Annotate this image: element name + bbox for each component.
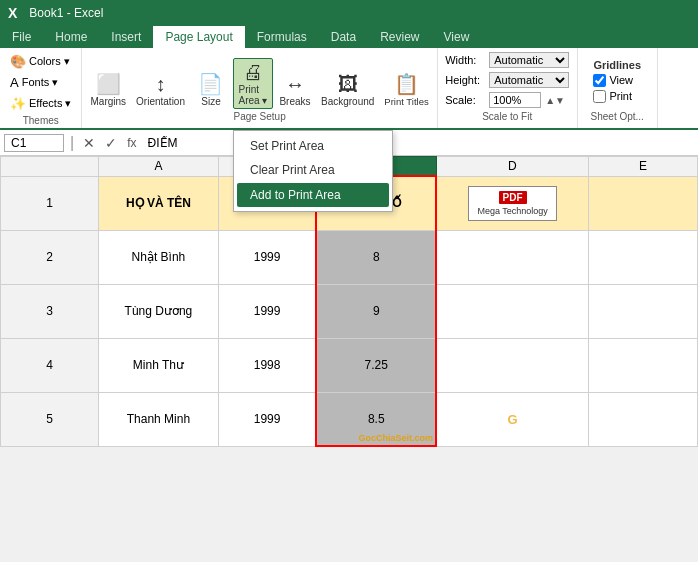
- cell-d2[interactable]: [436, 230, 588, 284]
- cell-c3[interactable]: 9: [316, 284, 436, 338]
- cell-e5[interactable]: [589, 392, 698, 446]
- margins-label: Margins: [90, 96, 126, 107]
- width-select[interactable]: Automatic: [489, 52, 569, 68]
- cell-c2[interactable]: 8: [316, 230, 436, 284]
- orientation-label: Orientation: [136, 96, 185, 107]
- col-e[interactable]: E: [589, 157, 698, 177]
- background-label: Background: [321, 96, 374, 107]
- tab-file[interactable]: File: [0, 26, 43, 48]
- mega-tech-label: Mega Technology: [477, 206, 547, 216]
- cell-d3[interactable]: [436, 284, 588, 338]
- cell-a2[interactable]: Nhật Bình: [99, 230, 219, 284]
- tab-view[interactable]: View: [432, 26, 482, 48]
- col-d[interactable]: D: [436, 157, 588, 177]
- colors-button[interactable]: 🎨 Colors ▾: [6, 52, 74, 71]
- background-button[interactable]: 🖼 Background: [317, 71, 378, 109]
- row-num-4: 4: [1, 338, 99, 392]
- print-titles-icon: 📋: [394, 72, 419, 96]
- cell-d5[interactable]: G: [436, 392, 588, 446]
- cell-e4[interactable]: [589, 338, 698, 392]
- fonts-label: Fonts ▾: [22, 76, 59, 89]
- print-area-label: PrintArea ▾: [239, 84, 268, 106]
- watermark: GocChiaSeit.com: [359, 433, 434, 443]
- height-label: Height:: [445, 74, 485, 86]
- print-titles-label: Print Titles: [384, 96, 428, 107]
- size-button[interactable]: 📄 Size: [191, 70, 231, 109]
- table-row: 4 Minh Thư 1998 7.25: [1, 338, 698, 392]
- tab-data[interactable]: Data: [319, 26, 368, 48]
- table-row: 2 Nhật Bình 1999 8: [1, 230, 698, 284]
- effects-button[interactable]: ✨ Effects ▾: [6, 94, 75, 113]
- app-bar: X Book1 - Excel: [0, 0, 698, 26]
- orientation-icon: ↕: [156, 73, 166, 96]
- clear-print-area-item[interactable]: Clear Print Area: [234, 158, 392, 182]
- tab-page-layout[interactable]: Page Layout: [153, 26, 244, 48]
- ribbon: 🎨 Colors ▾ A Fonts ▾ ✨ Effects ▾ Themes …: [0, 48, 698, 130]
- ribbon-group-scale: Width: Automatic Height: Automatic Scale…: [438, 48, 578, 128]
- effects-icon: ✨: [10, 96, 26, 111]
- view-checkbox[interactable]: [593, 74, 606, 87]
- ribbon-group-themes: 🎨 Colors ▾ A Fonts ▾ ✨ Effects ▾ Themes: [0, 48, 82, 128]
- insert-fn-btn[interactable]: fx: [124, 136, 139, 150]
- margins-icon: ⬜: [96, 72, 121, 96]
- print-row: Print: [593, 90, 641, 103]
- cell-c4[interactable]: 7.25: [316, 338, 436, 392]
- ribbon-group-page-setup: ⬜ Margins ↕ Orientation 📄 Size 🖨 PrintAr…: [82, 48, 437, 128]
- cell-a4[interactable]: Minh Thư: [99, 338, 219, 392]
- size-label: Size: [201, 96, 220, 107]
- confirm-btn[interactable]: ✓: [102, 135, 120, 151]
- cell-a3[interactable]: Tùng Dương: [99, 284, 219, 338]
- scale-spinner[interactable]: ▲▼: [545, 95, 565, 106]
- formula-input[interactable]: [144, 136, 695, 150]
- scale-input[interactable]: [489, 92, 541, 108]
- scale-label: Scale:: [445, 94, 485, 106]
- col-a[interactable]: A: [99, 157, 219, 177]
- cell-d4[interactable]: [436, 338, 588, 392]
- height-select[interactable]: Automatic: [489, 72, 569, 88]
- cell-e1[interactable]: [589, 176, 698, 230]
- breaks-button[interactable]: ↔ Breaks: [275, 71, 315, 109]
- cell-e2[interactable]: [589, 230, 698, 284]
- width-row: Width: Automatic: [445, 52, 569, 68]
- view-label: View: [609, 74, 633, 86]
- sheet-options-label: Sheet Opt...: [591, 109, 644, 124]
- tab-home[interactable]: Home: [43, 26, 99, 48]
- page-setup-label: Page Setup: [233, 109, 285, 124]
- orientation-button[interactable]: ↕ Orientation: [132, 71, 189, 109]
- watermark-d5: G: [508, 412, 518, 427]
- cell-e3[interactable]: [589, 284, 698, 338]
- print-checkbox[interactable]: [593, 90, 606, 103]
- breaks-label: Breaks: [279, 96, 310, 107]
- gridlines-heading: Gridlines: [593, 59, 641, 71]
- tab-insert[interactable]: Insert: [99, 26, 153, 48]
- cell-a5[interactable]: Thanh Minh: [99, 392, 219, 446]
- table-row: 3 Tùng Dương 1999 9: [1, 284, 698, 338]
- cell-b2[interactable]: 1999: [218, 230, 316, 284]
- fonts-icon: A: [10, 75, 19, 90]
- cancel-btn[interactable]: ✕: [80, 135, 98, 151]
- tab-review[interactable]: Review: [368, 26, 431, 48]
- cell-b4[interactable]: 1998: [218, 338, 316, 392]
- print-area-dropdown: Set Print Area Clear Print Area Add to P…: [233, 130, 393, 212]
- set-print-area-item[interactable]: Set Print Area: [234, 134, 392, 158]
- width-label: Width:: [445, 54, 485, 66]
- cell-c5[interactable]: 8.5 GocChiaSeit.com: [316, 392, 436, 446]
- tab-formulas[interactable]: Formulas: [245, 26, 319, 48]
- scale-label-group: Scale to Fit: [482, 109, 532, 124]
- name-box[interactable]: [4, 134, 64, 152]
- print-titles-button[interactable]: 📋 Print Titles: [380, 70, 432, 109]
- print-area-icon: 🖨: [243, 61, 263, 84]
- corner-cell: [1, 157, 99, 177]
- cell-a1[interactable]: HỌ VÀ TÊN: [99, 176, 219, 230]
- margins-button[interactable]: ⬜ Margins: [86, 70, 130, 109]
- add-to-print-area-item[interactable]: Add to Print Area: [237, 183, 389, 207]
- logo-box: PDF Mega Technology: [468, 186, 556, 221]
- print-area-button[interactable]: 🖨 PrintArea ▾: [233, 58, 273, 109]
- fonts-button[interactable]: A Fonts ▾: [6, 73, 62, 92]
- cell-d1[interactable]: PDF Mega Technology: [436, 176, 588, 230]
- app-title: Book1 - Excel: [29, 6, 103, 20]
- cell-b3[interactable]: 1999: [218, 284, 316, 338]
- table-row: 5 Thanh Minh 1999 8.5 GocChiaSeit.com G: [1, 392, 698, 446]
- cell-b5[interactable]: 1999: [218, 392, 316, 446]
- pdf-label: PDF: [499, 191, 527, 204]
